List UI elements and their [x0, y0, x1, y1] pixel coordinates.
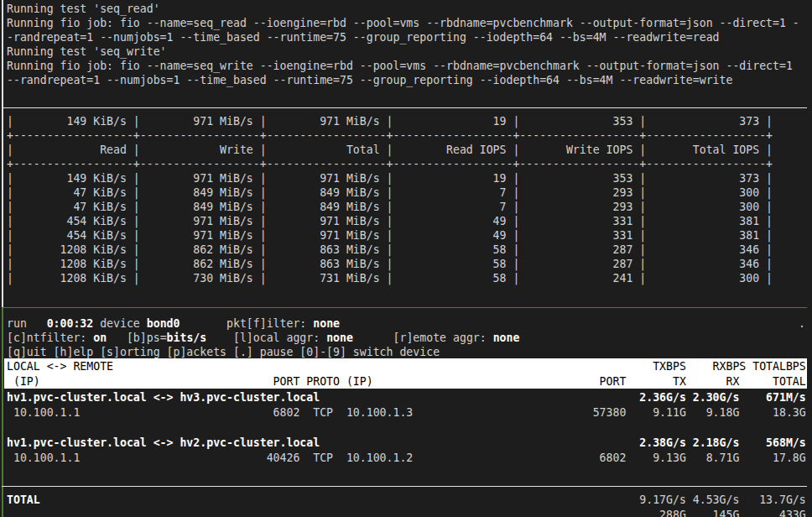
fio-log: Running test 'seq_read'Running fio job: …	[0, 2, 812, 87]
connection-detail-row: 10.100.1.1 6802 TCP 10.100.1.3 57380 9.1…	[0, 405, 812, 420]
fio-table-row: | 454 KiB/s | 971 MiB/s | 971 MiB/s | 49…	[0, 228, 812, 243]
fio-log-line: -randrepeat=1 --numjobs=1 --time_based -…	[0, 30, 812, 44]
status-value: none	[493, 332, 520, 344]
jnettop-header-line2: (IP) PORT PROTO (IP) PORT TX RX TOTAL	[4, 373, 807, 389]
fio-table-row: | 47 KiB/s | 849 MiB/s | 849 MiB/s | 7 |…	[0, 185, 812, 200]
jnettop-header-bar: LOCAL <-> REMOTE TXBPS RXBPS TOTALBPS (I…	[4, 358, 807, 389]
separator-fio-table	[2, 107, 807, 108]
fio-table-separator: +------------------+------------------+-…	[0, 128, 812, 143]
total-rates-row: TOTAL 9.17G/s 4.53G/s 13.7G/s	[0, 493, 812, 508]
fio-log-line: Running test 'seq_write'	[0, 44, 812, 59]
status-text: device	[93, 317, 147, 330]
connection-hosts-row: hv1.pvc-cluster.local <-> hv3.pvc-cluste…	[0, 390, 812, 405]
jnettop-status-line: [c]ntfilter: on [b]ps=bits/s [l]ocal agg…	[0, 331, 812, 345]
update-indicator: .	[799, 316, 805, 331]
fio-table-header-row: | Read | Write | Total | Read IOPS | Wri…	[0, 143, 812, 157]
connection-hosts-row: hv1.pvc-cluster.local <-> hv2.pvc-cluste…	[0, 436, 812, 451]
fio-table-row: | 1208 KiB/s | 862 MiB/s | 863 MiB/s | 5…	[0, 243, 812, 257]
fio-table-separator: +------------------+------------------+-…	[0, 157, 812, 171]
fio-table-row: | 454 KiB/s | 971 MiB/s | 971 MiB/s | 49…	[0, 214, 812, 228]
status-value: none	[326, 332, 353, 344]
status-value: 0:00:32	[47, 317, 94, 330]
fio-log-line: --randrepeat=1 --numjobs=1 --time_based …	[0, 73, 812, 87]
fio-log-line: Running test 'seq_read'	[0, 2, 812, 16]
status-text: pkt[f]ilter:	[180, 317, 313, 330]
status-text: [l]ocal aggr:	[206, 332, 326, 344]
status-text: [q]uit [h]elp [s]orting [p]ackets [.] pa…	[7, 346, 440, 358]
jnettop-status-line: run 0:00:32 device bond0 pkt[f]ilter: no…	[0, 316, 812, 331]
blank-line	[0, 420, 812, 436]
fio-table-preview-row: | 149 KiB/s | 971 MiB/s | 971 MiB/s | 19…	[0, 114, 812, 128]
status-value: bond0	[147, 317, 180, 330]
status-text: [c]ntfilter:	[7, 332, 93, 344]
jnettop-total: TOTAL 9.17G/s 4.53G/s 13.7G/s	[0, 493, 812, 517]
status-value: none	[313, 317, 340, 330]
fio-log-line: Running fio job: fio --name=seq_read --i…	[0, 16, 812, 30]
total-volumes-row: 288G 145G 433G	[0, 508, 812, 517]
terminal-window[interactable]: Running test 'seq_read'Running fio job: …	[0, 0, 812, 517]
jnettop-status-line: [q]uit [h]elp [s]orting [p]ackets [.] pa…	[0, 345, 812, 359]
fio-log-line: Running fio job: fio --name=seq_write --…	[0, 59, 812, 73]
fio-table-row: | 149 KiB/s | 971 MiB/s | 971 MiB/s | 19…	[0, 171, 812, 185]
fio-table-row: | 1208 KiB/s | 862 MiB/s | 863 MiB/s | 5…	[0, 257, 812, 271]
connection-detail-row: 10.100.1.1 40426 TCP 10.100.1.2 6802 9.1…	[0, 451, 812, 466]
status-value: bits/s	[167, 332, 207, 344]
status-text: [r]emote aggr:	[353, 332, 493, 344]
status-text: [b]ps=	[107, 332, 166, 344]
fio-table-row: | 1208 KiB/s | 730 MiB/s | 731 MiB/s | 5…	[0, 271, 812, 285]
jnettop-connections: hv1.pvc-cluster.local <-> hv3.pvc-cluste…	[0, 390, 812, 466]
jnettop-status: run 0:00:32 device bond0 pkt[f]ilter: no…	[0, 316, 812, 359]
separator-jnettop-pane	[2, 307, 807, 308]
separator-jnettop-total	[2, 486, 807, 487]
jnettop-header-line1: LOCAL <-> REMOTE TXBPS RXBPS TOTALBPS	[4, 358, 807, 373]
status-value: on	[93, 332, 107, 344]
fio-table-row: | 47 KiB/s | 849 MiB/s | 849 MiB/s | 7 |…	[0, 200, 812, 214]
status-text: run	[7, 317, 47, 330]
total-label: TOTAL	[7, 494, 40, 506]
fio-results-table: | 149 KiB/s | 971 MiB/s | 971 MiB/s | 19…	[0, 114, 812, 285]
